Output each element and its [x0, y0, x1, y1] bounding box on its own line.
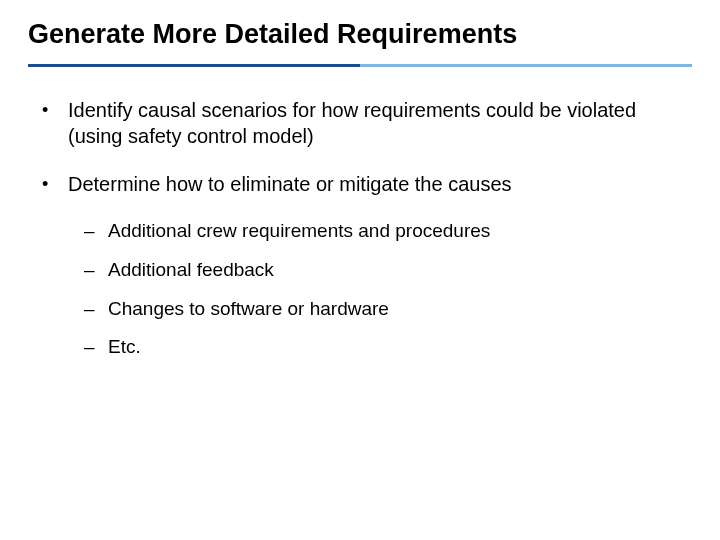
slide-content: • Identify causal scenarios for how requ…	[28, 97, 692, 360]
bullet-level1: • Determine how to eliminate or mitigate…	[42, 171, 692, 197]
rule-dark-segment	[28, 64, 360, 67]
bullet-level2: – Additional crew requirements and proce…	[84, 219, 692, 244]
bullet-level2: – Changes to software or hardware	[84, 297, 692, 322]
sub-bullet-text: Etc.	[108, 335, 692, 360]
bullet-dash-icon: –	[84, 258, 108, 283]
bullet-level2: – Additional feedback	[84, 258, 692, 283]
bullet-text: Identify causal scenarios for how requir…	[68, 97, 692, 149]
slide-title: Generate More Detailed Requirements	[28, 18, 692, 50]
bullet-dot-icon: •	[42, 171, 68, 197]
bullet-level2: – Etc.	[84, 335, 692, 360]
slide: Generate More Detailed Requirements • Id…	[0, 0, 720, 540]
sub-bullet-list: – Additional crew requirements and proce…	[42, 219, 692, 360]
sub-bullet-text: Additional crew requirements and procedu…	[108, 219, 692, 244]
bullet-dash-icon: –	[84, 297, 108, 322]
bullet-dot-icon: •	[42, 97, 68, 149]
title-rule	[28, 64, 692, 67]
bullet-dash-icon: –	[84, 335, 108, 360]
rule-light-segment	[360, 64, 692, 67]
bullet-level1: • Identify causal scenarios for how requ…	[42, 97, 692, 149]
sub-bullet-text: Additional feedback	[108, 258, 692, 283]
bullet-text: Determine how to eliminate or mitigate t…	[68, 171, 692, 197]
bullet-dash-icon: –	[84, 219, 108, 244]
sub-bullet-text: Changes to software or hardware	[108, 297, 692, 322]
